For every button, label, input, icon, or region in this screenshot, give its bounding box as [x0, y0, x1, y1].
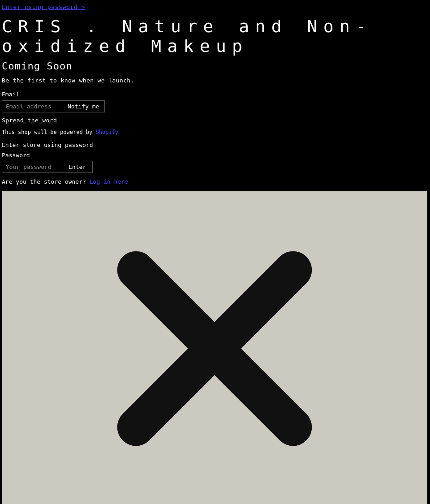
store-owner-line: Are you the store owner? Log in here — [0, 177, 430, 190]
enter-store-text: Enter store using password — [0, 138, 430, 150]
spread-word-text: Spread the word — [0, 115, 430, 127]
coming-soon-subtitle: Be the first to know when we launch. — [0, 75, 430, 88]
email-label: Email — [0, 88, 430, 99]
notify-me-button[interactable]: Notify me — [62, 100, 105, 112]
enter-button[interactable]: Enter — [62, 161, 93, 173]
email-input[interactable] — [2, 100, 62, 112]
shopify-link[interactable]: Shopify — [96, 129, 119, 135]
password-input[interactable] — [2, 161, 62, 173]
close-x-icon — [98, 228, 331, 470]
coming-soon-heading: Coming Soon — [0, 59, 430, 75]
enter-using-password-link[interactable]: Enter using password > — [0, 0, 430, 12]
powered-by-text: This shop will be powered by Shopify — [0, 127, 430, 138]
password-label: Password — [0, 150, 430, 160]
close-modal-icon-container — [2, 191, 427, 504]
modal-area: "translation missing: en.general.accessi… — [2, 191, 427, 504]
store-title: CRIS . Nature and Non-oxidized Makeup — [0, 12, 430, 59]
log-in-here-link[interactable]: Log in here — [90, 178, 128, 185]
